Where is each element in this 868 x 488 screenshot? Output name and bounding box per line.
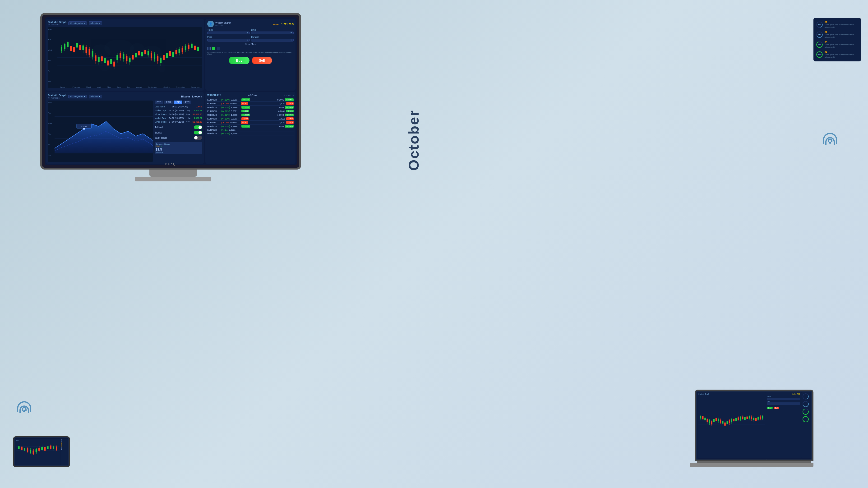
- btc-tab[interactable]: BTC: [155, 100, 163, 104]
- chart-panel-header: Statistic Graph 44 mentions All categori…: [48, 21, 202, 26]
- svg-rect-131: [704, 418, 706, 420]
- sell-button[interactable]: Sell: [252, 57, 272, 64]
- categories-dropdown[interactable]: All categories: [68, 21, 87, 25]
- market-cap-row: Market Cap 34.00 (+4.12%) Higt 4,801.21: [155, 109, 202, 112]
- invested-label: Invested: [156, 151, 201, 153]
- table-row: EUR/USD (+4.12%) 0,0001 +0,000 0,0001 +0…: [207, 109, 293, 113]
- checkbox-2[interactable]: [212, 47, 215, 50]
- mined-row2: Mined Coins 34.00 (+4.12%) Low $1,421.33: [155, 121, 202, 123]
- svg-rect-98: [194, 46, 196, 50]
- svg-rect-76: [160, 58, 161, 63]
- svg-rect-159: [736, 418, 737, 421]
- laptop-chart-title: Statistic Graph: [699, 393, 765, 395]
- table-row: USD/RUB (+4.12%) 1,9998 +1,9999 1,9998 +…: [207, 105, 293, 109]
- svg-rect-203: [27, 448, 28, 452]
- laptop-watchlist-mini: WATCHLIST EUR/USD +4.12% EUR/BTC -4.12% …: [767, 459, 802, 461]
- svg-text:50%: 50%: [818, 34, 821, 36]
- checkbox-area: [207, 47, 293, 50]
- svg-marker-106: [55, 121, 153, 153]
- svg-rect-215: [44, 447, 45, 451]
- svg-rect-129: [702, 417, 704, 420]
- svg-rect-52: [123, 54, 124, 59]
- svg-rect-139: [713, 419, 715, 422]
- area-stats-dropdown[interactable]: All stats: [89, 95, 102, 98]
- duration-arrow: [290, 40, 292, 40]
- duration-select[interactable]: [251, 39, 293, 41]
- usd-tab[interactable]: USD: [174, 100, 182, 104]
- checkbox-1[interactable]: [207, 47, 211, 50]
- area-categories-dropdown[interactable]: All categories: [68, 95, 87, 98]
- svg-point-191: [803, 417, 808, 422]
- high-label: Higt: [187, 109, 190, 112]
- svg-rect-209: [36, 449, 37, 452]
- svg-rect-90: [182, 48, 183, 52]
- limit-select[interactable]: [251, 32, 293, 34]
- total-label: TOTAL:: [273, 23, 280, 26]
- svg-text:100%: 100%: [817, 54, 822, 56]
- stocks-toggle[interactable]: [194, 131, 202, 134]
- svg-rect-217: [47, 446, 49, 449]
- monitor-screen: Statistic Graph 44 mentions All categori…: [44, 17, 297, 165]
- table-row: USD/RUB (+4.12%) 1,9998 +1,9999 1,9998 +…: [207, 124, 293, 128]
- laptop-base-stand: [690, 463, 813, 467]
- mc2-val: 34.00 (+4.12%): [169, 117, 184, 119]
- ltc-tab[interactable]: LTC: [183, 100, 191, 104]
- buy-button[interactable]: Buy: [229, 57, 249, 64]
- btc-price: 19.5: [156, 148, 201, 151]
- svg-rect-133: [707, 419, 708, 422]
- svg-rect-201: [24, 448, 25, 451]
- checkbox-3[interactable]: [217, 47, 220, 50]
- laptop-hinge: [697, 461, 811, 463]
- profile-area: 👤 William Sharon Manager TOTAL: 1,211,79…: [207, 21, 293, 27]
- monitor-brand: BenQ: [165, 162, 177, 166]
- watchlist-header: WATCHLIST 14/5/2019 21/3/2019: [207, 94, 293, 96]
- candlestick-chart-panel: Statistic Graph 44 mentions All categori…: [46, 19, 204, 91]
- progress-item-3: 75% 03 Lorem ipsum dolor sit amet consec…: [816, 40, 859, 50]
- mined-low: $1,421.33: [193, 113, 202, 116]
- svg-rect-56: [129, 58, 131, 62]
- chart-title: Statistic Graph: [48, 21, 66, 24]
- svg-text:25%: 25%: [818, 24, 821, 26]
- svg-rect-80: [166, 53, 168, 58]
- dropdown-arrow-2: [99, 23, 100, 24]
- svg-rect-141: [715, 418, 717, 421]
- market-cap-label: Market Cap: [155, 109, 166, 112]
- y-axis-labels: Mon Tue Wed Thu Fri Sat: [48, 27, 57, 84]
- btc-ltc-title: Bitcoin / Litecoin: [181, 95, 202, 98]
- area-y-labels: Mon Tue Wed Thu Fri Sat: [49, 100, 52, 157]
- svg-rect-38: [101, 56, 103, 61]
- currency-stocks-label: Currency-Stocks: [156, 143, 201, 145]
- full-cell-toggle-row: Full cell: [155, 125, 202, 129]
- svg-rect-34: [95, 56, 96, 61]
- laptop-area-panel: Bitcoin / Litecoin: [697, 459, 766, 461]
- progress-item-2: 50% 02 Lorem ipsum dolor sit amet consec…: [816, 30, 859, 40]
- mined-coins-label: Mined Coins: [155, 113, 166, 116]
- item-01-number: 01: [825, 21, 859, 24]
- currency-stocks: Currency-Stocks BTC ● 19.5 Invested: [155, 142, 202, 154]
- stats-dropdown[interactable]: All stats: [89, 21, 102, 25]
- svg-rect-213: [41, 447, 43, 450]
- svg-rect-78: [163, 55, 164, 60]
- svg-rect-165: [742, 417, 743, 419]
- bank-bonds-toggle[interactable]: [194, 136, 202, 140]
- full-cell-toggle[interactable]: [194, 125, 202, 129]
- svg-rect-72: [154, 54, 155, 59]
- svg-rect-12: [61, 47, 62, 51]
- watchlist-rows: EUR/USD (+4.12%) 0,0001 +0,0001 0,0001 +…: [207, 98, 293, 135]
- crypto-selector: BTC ETH USD LTC: [155, 100, 202, 104]
- area-chart-panel: Statistic Graph 44 mentions All categori…: [46, 92, 204, 164]
- dropdown-arrow: [84, 23, 85, 24]
- svg-rect-88: [179, 49, 180, 53]
- price-select[interactable]: [207, 39, 250, 41]
- buy-sell-buttons: Buy Sell: [207, 57, 293, 64]
- stocks-toggle-row: Stocks: [155, 131, 202, 134]
- item-04-text: Lorem ipsum dolor sit amet consectetur a…: [825, 54, 859, 58]
- svg-rect-62: [138, 51, 140, 55]
- market-cap-high: 4,801.21: [194, 109, 202, 112]
- trade-select[interactable]: [207, 32, 250, 34]
- eth-tab[interactable]: ETH: [164, 100, 173, 104]
- svg-rect-16: [67, 42, 68, 47]
- laptop-chart-panel: Statistic Graph: [698, 392, 766, 458]
- svg-text:1,245.0: 1,245.0: [81, 125, 87, 128]
- area-stats-arrow: [99, 96, 100, 97]
